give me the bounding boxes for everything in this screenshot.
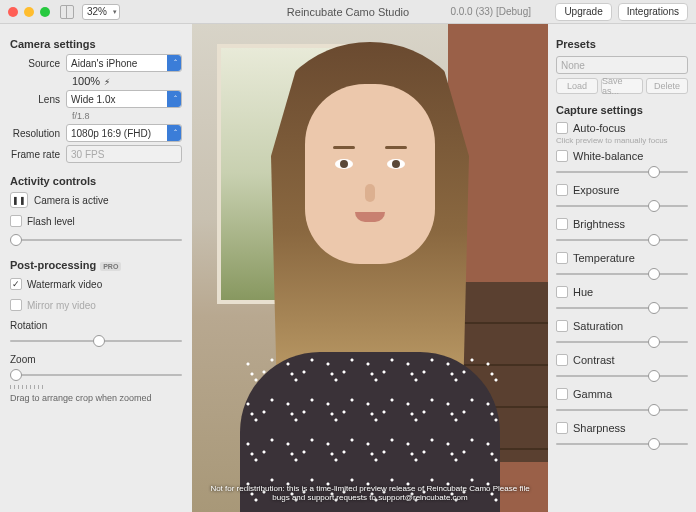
zoom-label: Zoom: [10, 354, 182, 365]
brightness-checkbox[interactable]: [556, 218, 568, 230]
sharpness-checkbox[interactable]: [556, 422, 568, 434]
exposure-slider[interactable]: [556, 199, 688, 213]
zoom-slider[interactable]: [10, 368, 182, 382]
whitebalance-label: White-balance: [573, 150, 643, 162]
saturation-checkbox[interactable]: [556, 320, 568, 332]
preview-image: [192, 24, 548, 512]
mirror-label: Mirror my video: [27, 300, 96, 311]
autofocus-hint: Click preview to manually focus: [556, 136, 688, 145]
maximize-icon[interactable]: [40, 7, 50, 17]
gamma-slider[interactable]: [556, 403, 688, 417]
source-battery: 100%⚡︎: [72, 75, 182, 87]
rotation-label: Rotation: [10, 320, 182, 331]
contrast-checkbox[interactable]: [556, 354, 568, 366]
source-select[interactable]: Aidan's iPhone: [66, 54, 182, 72]
autofocus-checkbox[interactable]: [556, 122, 568, 134]
exposure-label: Exposure: [573, 184, 619, 196]
framerate-label: Frame rate: [10, 149, 66, 160]
camera-settings-heading: Camera settings: [10, 38, 182, 50]
hue-label: Hue: [573, 286, 593, 298]
lens-label: Lens: [10, 94, 66, 105]
version-label: 0.0.0 (33) [Debug]: [450, 6, 531, 17]
load-button[interactable]: Load: [556, 78, 598, 94]
mirror-checkbox[interactable]: [10, 299, 22, 311]
traffic-lights: [8, 7, 50, 17]
temperature-checkbox[interactable]: [556, 252, 568, 264]
capture-heading: Capture settings: [556, 104, 688, 116]
sidebar-toggle-icon[interactable]: [60, 5, 74, 19]
zoom-select[interactable]: 32%: [82, 4, 120, 20]
zoom-hint: Drag to arrange crop when zoomed: [10, 393, 182, 403]
contrast-label: Contrast: [573, 354, 615, 366]
brightness-slider[interactable]: [556, 233, 688, 247]
resolution-select[interactable]: 1080p 16:9 (FHD): [66, 124, 182, 142]
gamma-label: Gamma: [573, 388, 612, 400]
saturation-label: Saturation: [573, 320, 623, 332]
resolution-label: Resolution: [10, 128, 66, 139]
preview-area[interactable]: Not for redistribution: this is a time-l…: [192, 24, 548, 512]
activity-heading: Activity controls: [10, 175, 182, 187]
watermark-checkbox[interactable]: [10, 278, 22, 290]
whitebalance-checkbox[interactable]: [556, 150, 568, 162]
flash-checkbox[interactable]: [10, 215, 22, 227]
sharpness-label: Sharpness: [573, 422, 626, 434]
pro-badge: PRO: [100, 262, 121, 271]
whitebalance-slider[interactable]: [556, 165, 688, 179]
sharpness-slider[interactable]: [556, 437, 688, 451]
gamma-checkbox[interactable]: [556, 388, 568, 400]
usb-icon: ⚡︎: [104, 77, 110, 87]
lens-aperture: f/1.8: [72, 111, 182, 121]
hue-checkbox[interactable]: [556, 286, 568, 298]
brightness-label: Brightness: [573, 218, 625, 230]
flash-label: Flash level: [27, 216, 75, 227]
source-label: Source: [10, 58, 66, 69]
saveas-button[interactable]: Save as...: [601, 78, 643, 94]
flash-slider[interactable]: [10, 233, 182, 247]
preset-select[interactable]: None: [556, 56, 688, 74]
contrast-slider[interactable]: [556, 369, 688, 383]
autofocus-label: Auto-focus: [573, 122, 626, 134]
rotation-slider[interactable]: [10, 334, 182, 348]
titlebar: 32% Reincubate Camo Studio 0.0.0 (33) [D…: [0, 0, 696, 24]
camera-status: Camera is active: [34, 195, 108, 206]
saturation-slider[interactable]: [556, 335, 688, 349]
post-heading: Post-processingPRO: [10, 259, 182, 271]
right-panel: Presets None Load Save as... Delete Capt…: [548, 24, 696, 512]
delete-button[interactable]: Delete: [646, 78, 688, 94]
hue-slider[interactable]: [556, 301, 688, 315]
watermark-text: Not for redistribution: this is a time-l…: [202, 484, 538, 502]
upgrade-button[interactable]: Upgrade: [555, 3, 611, 21]
presets-heading: Presets: [556, 38, 688, 50]
framerate-select: 30 FPS: [66, 145, 182, 163]
pause-button[interactable]: ❚❚: [10, 192, 28, 208]
minimize-icon[interactable]: [24, 7, 34, 17]
window-title: Reincubate Camo Studio: [287, 6, 409, 18]
exposure-checkbox[interactable]: [556, 184, 568, 196]
zoom-ticks: [10, 385, 182, 389]
integrations-button[interactable]: Integrations: [618, 3, 688, 21]
lens-select[interactable]: Wide 1.0x: [66, 90, 182, 108]
close-icon[interactable]: [8, 7, 18, 17]
temperature-slider[interactable]: [556, 267, 688, 281]
watermark-label: Watermark video: [27, 279, 102, 290]
left-panel: Camera settings Source Aidan's iPhone 10…: [0, 24, 192, 512]
temperature-label: Temperature: [573, 252, 635, 264]
